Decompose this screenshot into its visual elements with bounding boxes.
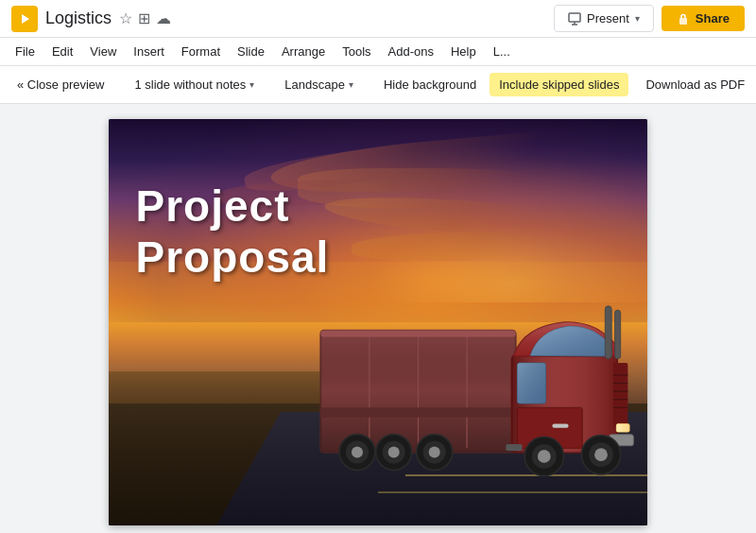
menu-view[interactable]: View	[82, 41, 124, 62]
print-toolbar: « Close preview 1 slide without notes ▾ …	[0, 66, 756, 104]
svg-rect-5	[679, 18, 687, 25]
menu-edit[interactable]: Edit	[44, 41, 80, 62]
cloud-icon[interactable]: ☁	[156, 9, 171, 27]
svg-rect-49	[506, 444, 522, 451]
svg-rect-16	[320, 407, 515, 417]
svg-point-36	[352, 447, 363, 458]
menu-addons[interactable]: Add-ons	[381, 41, 441, 62]
share-button[interactable]: Share	[662, 6, 745, 31]
menu-slide[interactable]: Slide	[230, 41, 272, 62]
svg-rect-20	[517, 363, 545, 404]
menu-format[interactable]: Format	[174, 41, 228, 62]
menu-tools[interactable]: Tools	[335, 41, 378, 62]
slides-selector-button[interactable]: 1 slide without notes ▾	[126, 73, 265, 96]
present-icon	[568, 12, 581, 26]
svg-rect-2	[569, 13, 580, 22]
drive-icon[interactable]: ⊞	[138, 9, 150, 27]
svg-rect-15	[320, 331, 515, 337]
slide-title: Project Proposal	[136, 181, 330, 283]
app-title: Logistics	[45, 9, 112, 28]
present-button[interactable]: Present ▾	[554, 5, 654, 32]
slide-background: Project Proposal	[109, 119, 647, 525]
slide-preview: Project Proposal	[109, 119, 647, 525]
svg-rect-22	[552, 424, 568, 428]
truck-illustration	[308, 282, 642, 493]
include-skipped-button[interactable]: Include skipped slides	[490, 73, 628, 96]
svg-point-39	[388, 447, 400, 458]
svg-point-42	[429, 447, 440, 458]
menu-file[interactable]: File	[8, 41, 43, 62]
svg-point-45	[538, 450, 551, 463]
slides-chevron: ▾	[249, 79, 254, 90]
hide-background-button[interactable]: Hide background	[374, 73, 486, 96]
orientation-chevron: ▾	[349, 79, 353, 90]
menu-help[interactable]: Help	[443, 41, 484, 62]
menu-more[interactable]: L...	[486, 41, 518, 62]
app-icon	[11, 6, 38, 32]
svg-rect-30	[616, 424, 629, 433]
star-icon[interactable]: ☆	[119, 9, 132, 27]
orientation-button[interactable]: Landscape ▾	[275, 73, 363, 96]
svg-point-48	[594, 448, 608, 461]
menu-arrange[interactable]: Arrange	[274, 41, 333, 62]
svg-rect-32	[605, 306, 611, 359]
lock-icon	[677, 12, 690, 26]
main-area: Project Proposal	[0, 104, 756, 533]
svg-rect-33	[615, 310, 621, 359]
present-chevron: ▾	[635, 13, 640, 24]
menu-insert[interactable]: Insert	[126, 41, 172, 62]
download-pdf-button[interactable]: Download as PDF	[636, 73, 754, 96]
close-preview-button[interactable]: « Close preview	[8, 73, 114, 96]
menu-bar: File Edit View Insert Format Slide Arran…	[0, 38, 756, 66]
svg-rect-23	[613, 363, 627, 428]
